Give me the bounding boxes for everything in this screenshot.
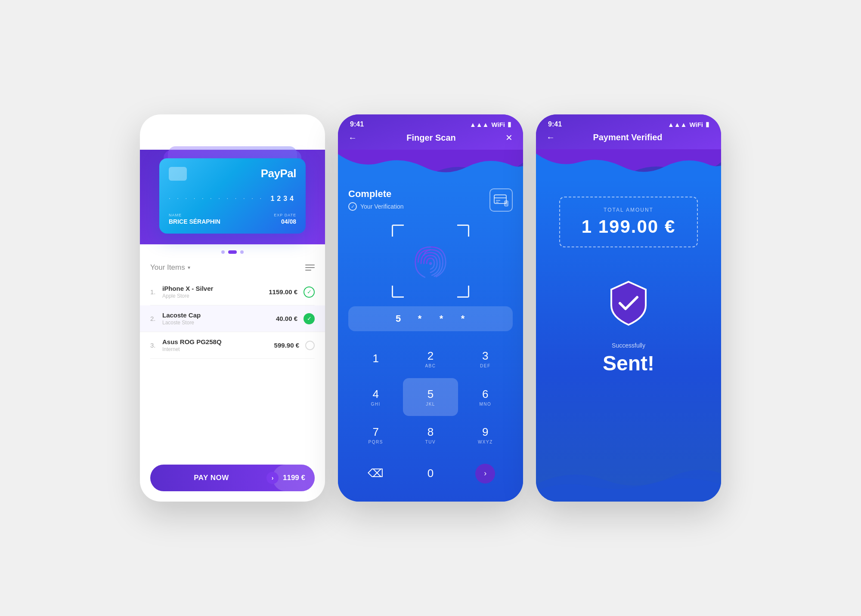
items-title-row[interactable]: Your Items ▾: [150, 263, 190, 272]
fingerprint-icon: [407, 237, 454, 285]
items-section: Your Items ▾ 1. iPhone X - Silver Apple …: [140, 256, 325, 457]
amount-value: 1 199.00 €: [582, 216, 676, 237]
card-main[interactable]: PayPal · · · · · · · · · · · · 1234 NAME: [159, 158, 306, 234]
item-num-2: 2.: [150, 315, 162, 322]
items-header: Your Items ▾: [150, 263, 315, 272]
corner-br: [457, 286, 469, 298]
pay-now-button[interactable]: PAY NOW › 1199 €: [150, 465, 315, 491]
close-icon[interactable]: ✕: [505, 132, 513, 143]
wifi-icon: WiFi: [293, 121, 307, 128]
item-num-3: 3.: [150, 342, 162, 349]
signal-icon: ▲▲▲: [272, 121, 291, 128]
amount-box: TOTAL AMOUNT 1 199.00 €: [559, 197, 698, 247]
card-name-section: NAME BRICE SÉRAPHIN: [169, 213, 220, 225]
chevron-down-icon: ▾: [188, 265, 190, 271]
key-8[interactable]: 8 TUV: [403, 416, 458, 454]
item-name-3: Asus ROG PG258Q: [162, 338, 274, 345]
scan-frame: [392, 225, 469, 298]
key-4[interactable]: 4 GHI: [348, 378, 403, 416]
menu-line-2: [305, 267, 315, 268]
verify-icon: ✓: [348, 202, 357, 211]
corner-tl: [392, 225, 404, 237]
item-row-3[interactable]: 3. Asus ROG PG258Q Internet 599.90 €: [150, 332, 315, 359]
status-time-1: 9:41: [152, 120, 166, 128]
check-icon-1: ✓: [304, 286, 315, 298]
card-exp-label: EXP DATE: [274, 213, 296, 217]
cards-area: PayPal · · · · · · · · · · · · 1234 NAME: [140, 150, 325, 244]
item-info-2: Lacoste Cap Lacoste Store: [162, 311, 276, 326]
back-icon-2[interactable]: ←: [348, 133, 357, 143]
verification-text: Your Verification: [360, 203, 404, 210]
item-info-1: iPhone X - Silver Apple Store: [162, 285, 269, 299]
key-go[interactable]: ›: [458, 454, 513, 493]
items-label: Your Items: [150, 263, 185, 272]
bottom-wave: [536, 450, 721, 502]
pay-now-amount: › 1199 €: [273, 465, 315, 491]
key-delete[interactable]: ⌫: [348, 454, 403, 493]
cart-icon[interactable]: ⊟: [307, 132, 315, 143]
verified-header: 9:41 ▲▲▲ WiFi ▮ ← Payment Verified: [536, 114, 721, 149]
wifi-icon-2: WiFi: [491, 121, 505, 128]
item-row-2[interactable]: 2. Lacoste Cap Lacoste Store 40.00 € ✓: [140, 305, 325, 332]
checkout-header: 9:41 ▲▲▲ WiFi ▮ ← Checkout (3) ⊟: [140, 114, 325, 244]
pay-now-label: PAY NOW: [150, 474, 268, 482]
item-name-2: Lacoste Cap: [162, 311, 276, 319]
checkout-title: Checkout (3): [207, 133, 259, 143]
item-price-3: 599.90 €: [274, 342, 299, 349]
dot-1[interactable]: [221, 250, 225, 254]
payment-verified-screen: 9:41 ▲▲▲ WiFi ▮ ← Payment Verified: [536, 114, 721, 502]
check-icon-3: [305, 341, 315, 350]
pay-amount-value: 1199 €: [283, 474, 305, 482]
verified-title: Payment Verified: [593, 132, 662, 142]
item-row-1[interactable]: 1. iPhone X - Silver Apple Store 1159.00…: [150, 279, 315, 305]
key-9[interactable]: 9 WXYZ: [458, 416, 513, 454]
key-7[interactable]: 7 PQRS: [348, 416, 403, 454]
svg-point-7: [429, 262, 432, 265]
status-icons-3: ▲▲▲ WiFi ▮: [668, 120, 709, 128]
wave-divider-3: [536, 149, 721, 179]
wifi-icon-3: WiFi: [689, 121, 703, 128]
verified-content: TOTAL AMOUNT 1 199.00 € Successfully Sen…: [536, 179, 721, 502]
dot-3[interactable]: [240, 250, 244, 254]
battery-icon-2: ▮: [508, 120, 511, 128]
success-sub-label: Successfully: [612, 342, 645, 349]
item-info-3: Asus ROG PG258Q Internet: [162, 338, 274, 352]
card-number: 1234: [270, 195, 296, 203]
check-icon-2: ✓: [304, 313, 315, 324]
signal-icon-2: ▲▲▲: [470, 121, 489, 128]
shield-container: Successfully Sent!: [603, 277, 654, 375]
back-icon[interactable]: ←: [150, 133, 159, 143]
corner-bl: [392, 286, 404, 298]
item-store-2: Lacoste Store: [162, 320, 276, 326]
finger-scan-screen: 9:41 ▲▲▲ WiFi ▮ ← Finger Scan ✕: [338, 114, 523, 502]
key-1[interactable]: 1: [348, 340, 403, 378]
menu-line-1: [305, 265, 315, 265]
dot-2[interactable]: [228, 250, 237, 254]
item-price-1: 1159.00 €: [269, 288, 297, 296]
item-name-1: iPhone X - Silver: [162, 285, 269, 292]
status-icons-2: ▲▲▲ WiFi ▮: [470, 120, 511, 128]
key-0[interactable]: 0: [403, 454, 458, 493]
key-2[interactable]: 2 ABC: [403, 340, 458, 378]
item-num-1: 1.: [150, 288, 162, 296]
keypad: 1 2 ABC 3 DEF 4 GHI 5 JKL: [348, 340, 513, 493]
verified-nav: ← Payment Verified: [536, 132, 721, 149]
finger-content: Complete ✓ Your Verification: [338, 180, 523, 502]
menu-icon[interactable]: [305, 265, 315, 271]
pin-input-row[interactable]: 5 * * *: [348, 306, 513, 331]
status-bar-1: 9:41 ▲▲▲ WiFi ▮: [140, 114, 325, 132]
finger-scan-header: 9:41 ▲▲▲ WiFi ▮ ← Finger Scan ✕: [338, 114, 523, 150]
success-title: Sent!: [603, 351, 654, 375]
back-icon-3[interactable]: ←: [546, 132, 555, 142]
verification-row: ✓ Your Verification: [348, 202, 404, 211]
key-3[interactable]: 3 DEF: [458, 340, 513, 378]
status-time-2: 9:41: [350, 120, 364, 128]
shield-icon: [603, 277, 654, 329]
go-button: ›: [475, 464, 495, 484]
complete-heading: Complete: [348, 188, 404, 200]
card-stack: PayPal · · · · · · · · · · · · 1234 NAME: [159, 154, 306, 231]
key-6[interactable]: 6 MNO: [458, 378, 513, 416]
signal-icon-3: ▲▲▲: [668, 121, 687, 128]
fingerprint-area: [348, 220, 513, 306]
key-5[interactable]: 5 JKL: [403, 378, 458, 416]
